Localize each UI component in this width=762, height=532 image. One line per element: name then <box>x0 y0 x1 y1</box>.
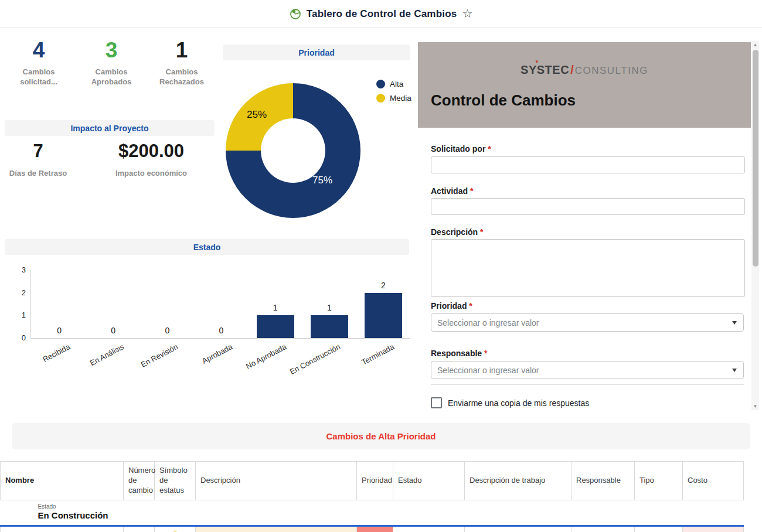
dashboard-root: Tablero de Control de Cambios ☆ 4 Cambio… <box>0 0 762 532</box>
impacto-panel-title: Impacto al Proyecto <box>5 120 215 136</box>
cell-tipo: Afectaciones <box>635 526 683 532</box>
legend-swatch-media <box>376 94 385 103</box>
col-header-responsable: Responsable <box>572 462 635 500</box>
legend-swatch-alta <box>376 80 385 88</box>
col-header-estado: Estado <box>393 462 465 500</box>
chevron-down-icon <box>732 321 737 325</box>
kpi-value: 3 <box>77 39 145 63</box>
alta-prioridad-section: Cambios de Alta Prioridad <box>12 423 750 449</box>
cell-costo: US$640.00 <box>683 526 744 532</box>
descripcion-textarea[interactable] <box>431 239 745 297</box>
y-axis-tick: 3 <box>11 265 26 274</box>
x-axis-label: En Análisis <box>64 342 125 380</box>
scrollbar-thumb[interactable] <box>753 50 758 267</box>
bar-value-label: 1 <box>318 303 341 312</box>
page-title: Tablero de Control de Cambios <box>307 8 457 20</box>
chart-legend: Alta Media <box>376 80 411 103</box>
bar-value-label: 0 <box>155 326 179 335</box>
kpi-label: Cambios Aprobados <box>77 67 145 87</box>
cell-nombre: Paro parcial de actividaes <box>1 526 124 532</box>
col-header-descripcion-trabajo: Descripción de trabajo <box>465 462 572 500</box>
cell-prioridad: Alta <box>357 526 393 532</box>
bar-value-label: 1 <box>264 303 287 312</box>
prioridad-donut: 75% 25% <box>226 83 360 218</box>
x-axis-label: Aprobada <box>172 342 233 380</box>
alta-prioridad-title: Cambios de Alta Prioridad <box>326 431 436 441</box>
form-title: Control de Cambios <box>431 91 576 110</box>
bar-value-label: 0 <box>47 326 71 335</box>
responsable-select[interactable]: Seleccionar o ingresar valor <box>431 361 744 379</box>
x-axis-label: En Construcción <box>281 342 342 380</box>
page-header: Tablero de Control de Cambios ☆ <box>0 0 762 28</box>
col-header-nombre: Nombre <box>1 462 124 500</box>
cell-descripcion: Paralización por afectación de lluvias <box>196 526 357 532</box>
field-label-prioridad: Prioridad * <box>431 301 472 311</box>
kpi-cambios-rechazados: 1 Cambios Rechazados <box>148 39 216 87</box>
bar <box>257 315 294 338</box>
bar-value-label: 2 <box>372 281 395 290</box>
group-label: Estado <box>38 503 739 510</box>
star-icon[interactable]: ☆ <box>462 8 472 19</box>
chevron-down-icon <box>732 369 737 372</box>
x-axis-label: Recibida <box>11 342 72 380</box>
x-axis-label: No Aprobada <box>227 342 288 380</box>
kpi-cambios-solicitados: 4 Cambios solicitad... <box>5 39 73 87</box>
kpi-cambios-aprobados: 3 Cambios Aprobados <box>77 39 145 87</box>
cell-descripcion-trabajo: Resguardar el material y <box>465 526 572 532</box>
prioridad-select[interactable]: Seleccionar o ingresar valor <box>431 313 744 332</box>
kpi-value: 1 <box>148 39 216 63</box>
form-header-banner: ▼SYSTEC/CONSULTING Control de Cambios <box>418 42 751 128</box>
scroll-down-icon[interactable]: ▼ <box>751 403 759 410</box>
form-scrollbar[interactable]: ▲ ▼ <box>751 41 759 410</box>
kpi-label: Cambios solicitad... <box>5 67 73 87</box>
bar-value-label: 0 <box>101 326 125 335</box>
impact-value: 7 <box>9 141 67 162</box>
solicitado-por-input[interactable] <box>431 156 745 173</box>
field-label-descripcion: Descripción * <box>431 227 483 237</box>
y-axis-tick: 0 <box>11 333 26 342</box>
copy-checkbox[interactable] <box>431 397 442 408</box>
field-label-solicitado-por: Solicitado por * <box>431 144 491 154</box>
cambios-table: Nombre Número de cambio Símbolo de estat… <box>0 461 744 532</box>
x-axis-line <box>30 338 410 339</box>
x-axis-label: Terminada <box>335 342 396 380</box>
group-row: Estado En Construcción <box>1 500 744 526</box>
cell-responsable: Angélica Reyes <box>572 526 635 532</box>
col-header-simbolo: Símbolo de estatus <box>155 462 196 500</box>
actividad-input[interactable] <box>431 198 745 215</box>
dias-de-retraso: 7 Días de Retraso <box>9 141 67 179</box>
bar-value-label: 0 <box>210 326 233 335</box>
pie-chart-icon <box>290 8 301 20</box>
y-axis-tick: 1 <box>11 311 26 319</box>
prioridad-chart-panel: Prioridad 75% 25% Alta Media <box>222 41 414 237</box>
bar <box>365 293 402 338</box>
copy-checkbox-row: Enviarme una copia de mis respuestas <box>431 397 589 408</box>
kpi-value: 4 <box>5 39 73 63</box>
cell-simbolo <box>155 526 196 532</box>
impact-label: Días de Retraso <box>9 169 67 179</box>
table-header-row: Nombre Número de cambio Símbolo de estat… <box>1 462 744 500</box>
donut-slice-label-media: 25% <box>247 109 267 121</box>
control-de-cambios-form: ▼SYSTEC/CONSULTING Control de Cambios So… <box>418 40 759 418</box>
x-axis-label: En Revisión <box>118 342 179 380</box>
scroll-up-icon[interactable]: ▲ <box>751 41 759 49</box>
estado-chart-panel: Estado 01230Recibida0En Análisis0En Revi… <box>0 237 414 390</box>
table-row[interactable]: Paro parcial de actividaes CC12 Paraliza… <box>1 526 744 532</box>
col-header-tipo: Tipo <box>635 462 683 500</box>
col-header-costo: Costo <box>683 462 744 500</box>
group-value: En Construcción <box>38 510 739 520</box>
cell-estado: En Construcción <box>393 526 465 532</box>
field-label-actividad: Actividad * <box>431 186 473 196</box>
bar <box>311 315 348 338</box>
systec-logo: ▼SYSTEC/CONSULTING <box>418 63 751 77</box>
form-divider <box>431 384 744 385</box>
field-label-responsable: Responsable * <box>431 349 487 358</box>
donut-slice-label-alta: 75% <box>312 175 332 186</box>
prioridad-panel-title: Prioridad <box>223 45 410 60</box>
y-axis-line <box>30 270 31 338</box>
impact-label: Impacto económico <box>98 169 204 179</box>
impacto-economico: $200.00 Impacto económico <box>98 141 204 179</box>
col-header-prioridad: Prioridad <box>357 462 393 500</box>
col-header-descripcion: Descripción <box>196 462 357 500</box>
logo-accent-mark: ▼ <box>535 59 539 64</box>
